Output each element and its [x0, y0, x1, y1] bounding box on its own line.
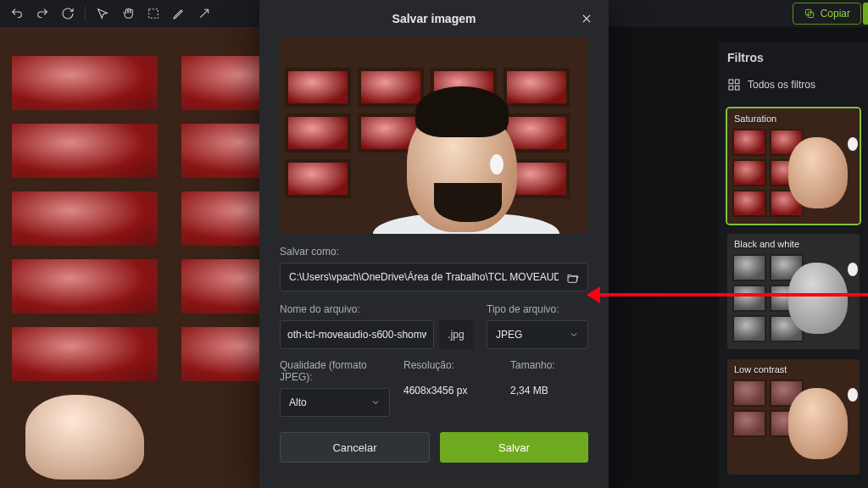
chevron-down-icon	[370, 397, 381, 408]
quality-label: Qualidade (formato JPEG):	[280, 359, 390, 383]
copy-label: Copiar	[821, 8, 850, 19]
path-field-row	[280, 263, 588, 291]
refresh-button[interactable]	[56, 3, 80, 25]
browse-folder-button[interactable]	[564, 269, 582, 287]
size-value: 2,34 MB	[510, 376, 588, 396]
filetype-value: JPEG	[496, 329, 522, 341]
all-filters-label: Todos os filtros	[748, 79, 815, 91]
toolbar-separator	[85, 6, 86, 21]
filter-card-lowcontrast[interactable]: Low contrast	[727, 359, 860, 474]
filter-card-bw[interactable]: Black and white	[727, 234, 860, 349]
chevron-down-icon	[569, 330, 579, 340]
cancel-label: Cancelar	[332, 441, 376, 454]
resolution-label: Resolução:	[403, 359, 497, 371]
extension-display: .jpg	[439, 320, 473, 349]
dialog-title: Salvar imagem	[392, 12, 476, 25]
svg-rect-6	[735, 86, 739, 90]
grid-icon	[727, 78, 741, 92]
filetype-select[interactable]: JPEG	[487, 320, 588, 349]
undo-button[interactable]	[5, 3, 29, 25]
copy-button[interactable]: Copiar	[793, 3, 861, 25]
pointer-tool[interactable]	[91, 3, 114, 25]
redo-button[interactable]	[31, 3, 54, 25]
svg-rect-4	[735, 80, 739, 84]
filters-title: Filtros	[727, 51, 860, 64]
all-filters-button[interactable]: Todos os filtros	[727, 78, 860, 92]
quality-value: Alto	[289, 396, 307, 408]
save-image-dialog: Salvar imagem Salvar como: Nome do arqui…	[259, 0, 609, 488]
marquee-tool[interactable]	[142, 3, 165, 25]
dropdown-sliver[interactable]	[863, 3, 868, 25]
filter-card-saturation[interactable]: Saturation	[727, 108, 860, 224]
filter-label: Saturation	[734, 114, 776, 124]
copy-icon	[804, 8, 815, 19]
filename-input[interactable]	[280, 320, 434, 349]
svg-rect-0	[149, 9, 159, 19]
svg-rect-5	[729, 86, 733, 90]
folder-open-icon	[566, 271, 580, 285]
size-label: Tamanho:	[510, 359, 588, 371]
resolution-value: 4608x3456 px	[403, 376, 497, 396]
filters-panel: Filtros Todos os filtros Saturation Blac…	[719, 42, 868, 488]
save-button[interactable]: Salvar	[440, 432, 588, 463]
close-button[interactable]	[576, 8, 597, 29]
filter-label: Black and white	[734, 239, 799, 249]
path-input[interactable]	[289, 271, 559, 283]
cancel-button[interactable]: Cancelar	[280, 432, 430, 463]
hand-tool[interactable]	[116, 3, 140, 25]
save-label: Salvar	[498, 441, 530, 454]
pencil-tool[interactable]	[167, 3, 191, 25]
filename-label: Nome do arquivo:	[280, 303, 473, 315]
svg-rect-3	[729, 80, 733, 84]
arrow-tool[interactable]	[192, 3, 216, 25]
save-as-label: Salvar como:	[280, 246, 588, 258]
filter-label: Low contrast	[734, 364, 787, 374]
quality-select[interactable]: Alto	[280, 388, 390, 417]
image-preview	[280, 37, 588, 234]
close-icon	[581, 13, 593, 25]
filetype-label: Tipo de arquivo:	[487, 303, 588, 315]
